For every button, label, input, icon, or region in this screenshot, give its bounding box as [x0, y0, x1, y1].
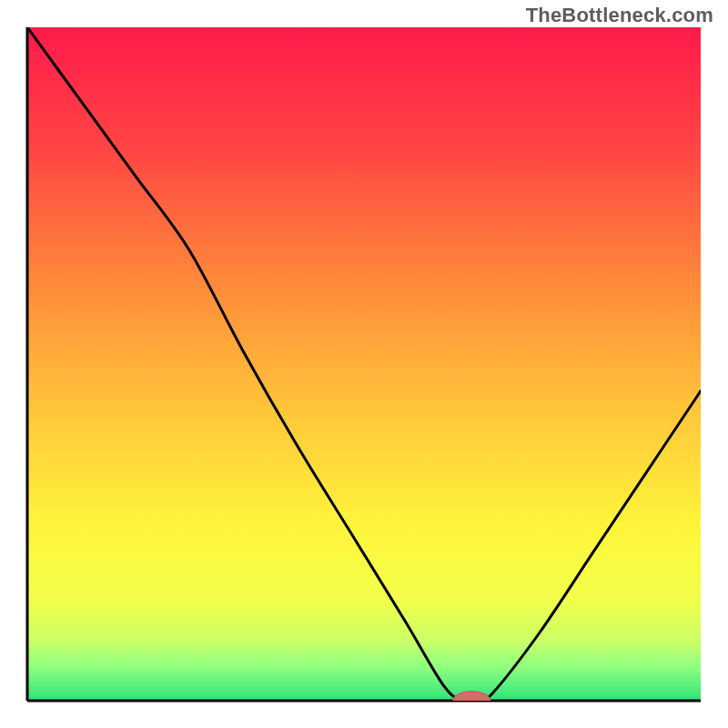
plot-background [27, 27, 701, 701]
chart-svg [0, 0, 728, 728]
watermark-text: TheBottleneck.com [526, 4, 713, 27]
chart-container: TheBottleneck.com [0, 0, 728, 728]
optimal-marker [453, 692, 490, 711]
